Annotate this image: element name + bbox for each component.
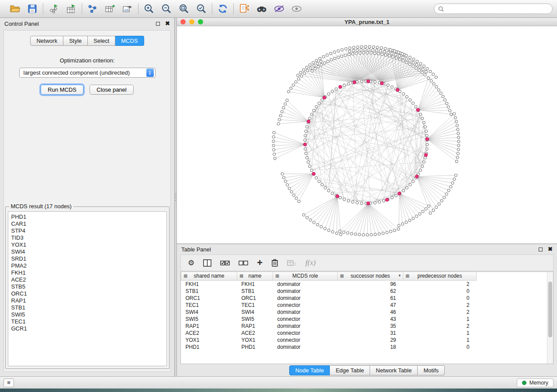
search-box[interactable] bbox=[434, 3, 553, 14]
table-cell-mcds_role[interactable]: dominator bbox=[273, 295, 338, 302]
export-network-icon[interactable] bbox=[238, 3, 250, 15]
table-cell-successor_nodes[interactable]: 61 bbox=[338, 295, 403, 302]
column-header[interactable]: ▦name bbox=[237, 272, 273, 280]
tab-node-table[interactable]: Node Table bbox=[289, 365, 330, 375]
table-cell-name[interactable]: FKH1 bbox=[237, 280, 273, 288]
tab-network[interactable]: Network bbox=[30, 36, 63, 46]
table-cell-predecessor_nodes[interactable]: 2 bbox=[403, 323, 477, 330]
table-cell-name[interactable]: SWI4 bbox=[237, 309, 273, 316]
table-row[interactable]: ORC1ORC1dominator610 bbox=[181, 295, 477, 302]
run-mcds-button[interactable]: Run MCDS bbox=[41, 85, 83, 95]
table-cell-mcds_role[interactable]: dominator bbox=[273, 344, 338, 351]
task-history-icon[interactable]: ≡ bbox=[3, 378, 14, 387]
table-cell-predecessor_nodes[interactable]: 1 bbox=[403, 337, 477, 344]
delete-column-icon[interactable] bbox=[271, 259, 278, 267]
mcds-result-item[interactable]: SRD1 bbox=[11, 255, 163, 262]
window-minimize-button[interactable] bbox=[189, 19, 194, 24]
window-close-button[interactable] bbox=[180, 19, 186, 24]
table-row[interactable]: PHD1PHD1dominator180 bbox=[181, 344, 477, 351]
table-cell-successor_nodes[interactable]: 47 bbox=[338, 302, 403, 309]
add-column-icon[interactable]: + bbox=[257, 257, 263, 268]
table-settings-gear-icon[interactable]: ⚙ bbox=[188, 258, 194, 268]
tab-select[interactable]: Select bbox=[88, 36, 115, 46]
table-cell-mcds_role[interactable]: dominator bbox=[273, 288, 338, 295]
table-cell-successor_nodes[interactable]: 96 bbox=[338, 280, 403, 288]
table-cell-predecessor_nodes[interactable]: 1 bbox=[403, 330, 477, 337]
search-input[interactable] bbox=[446, 6, 548, 12]
table-row[interactable]: SWI5SWI5connector431 bbox=[181, 316, 477, 323]
mcds-result-item[interactable]: PMA2 bbox=[11, 262, 163, 269]
save-icon[interactable] bbox=[26, 3, 38, 15]
table-cell-name[interactable]: YOX1 bbox=[237, 337, 273, 344]
table-cell-name[interactable]: RAP1 bbox=[237, 323, 273, 330]
mcds-result-item[interactable]: TID3 bbox=[11, 234, 163, 241]
mcds-result-item[interactable]: FKH1 bbox=[11, 269, 163, 276]
zoom-out-icon[interactable] bbox=[160, 3, 173, 15]
table-cell-shared_name[interactable]: YOX1 bbox=[181, 337, 237, 344]
table-cell-name[interactable]: ACE2 bbox=[237, 330, 273, 337]
tab-network-table[interactable]: Network Table bbox=[370, 365, 418, 375]
hide-graphics-details-icon[interactable] bbox=[273, 3, 285, 15]
table-cell-name[interactable]: STB1 bbox=[237, 288, 273, 295]
open-folder-icon[interactable] bbox=[9, 3, 21, 15]
table-cell-successor_nodes[interactable]: 46 bbox=[338, 309, 403, 316]
float-panel-icon[interactable] bbox=[156, 22, 160, 26]
tab-style[interactable]: Style bbox=[63, 36, 88, 46]
table-cell-predecessor_nodes[interactable]: 2 bbox=[403, 280, 477, 288]
table-cell-mcds_role[interactable]: connector bbox=[273, 330, 338, 337]
show-columns-icon[interactable] bbox=[203, 259, 211, 267]
table-cell-name[interactable]: PHD1 bbox=[237, 344, 273, 351]
column-header[interactable]: ▦successor nodes▾ bbox=[338, 272, 403, 280]
new-table-icon[interactable] bbox=[104, 3, 116, 15]
scrollbar-thumb[interactable] bbox=[548, 282, 552, 337]
table-cell-successor_nodes[interactable]: 62 bbox=[338, 288, 403, 295]
table-cell-shared_name[interactable]: FKH1 bbox=[181, 280, 237, 288]
table-cell-shared_name[interactable]: TEC1 bbox=[181, 302, 237, 309]
table-cell-shared_name[interactable]: STB1 bbox=[181, 288, 237, 295]
mcds-result-item[interactable]: PHD1 bbox=[11, 213, 163, 220]
window-zoom-button[interactable] bbox=[198, 19, 203, 24]
table-row[interactable]: YOX1YOX1connector291 bbox=[181, 337, 477, 344]
mcds-result-item[interactable]: SWI5 bbox=[11, 311, 163, 318]
table-cell-successor_nodes[interactable]: 35 bbox=[338, 323, 403, 330]
mcds-result-item[interactable]: STP4 bbox=[11, 227, 163, 234]
table-row[interactable]: RAP1RAP1dominator352 bbox=[181, 323, 477, 330]
table-row[interactable]: TEC1TEC1connector472 bbox=[181, 302, 477, 309]
mcds-result-item[interactable]: SWI4 bbox=[11, 248, 163, 255]
mcds-result-item[interactable]: STB1 bbox=[11, 304, 163, 311]
tab-mcds[interactable]: MCDS bbox=[115, 36, 144, 46]
deselect-all-icon[interactable] bbox=[239, 260, 248, 266]
mcds-result-item[interactable]: RAP1 bbox=[11, 297, 163, 304]
table-cell-name[interactable]: SWI5 bbox=[237, 316, 273, 323]
float-table-panel-icon[interactable] bbox=[539, 248, 543, 251]
mcds-result-item[interactable]: ORC1 bbox=[11, 290, 163, 297]
table-cell-mcds_role[interactable]: connector bbox=[273, 337, 338, 344]
table-cell-shared_name[interactable]: ORC1 bbox=[181, 295, 237, 302]
zoom-fit-icon[interactable] bbox=[178, 3, 190, 15]
optimization-criterion-select[interactable]: largest connected component (undirected)… bbox=[19, 68, 156, 78]
birdseye-view-icon[interactable] bbox=[291, 3, 303, 15]
table-cell-predecessor_nodes[interactable]: 1 bbox=[403, 316, 477, 323]
zoom-in-icon[interactable] bbox=[143, 3, 155, 15]
table-cell-shared_name[interactable]: SWI4 bbox=[181, 309, 237, 316]
network-canvas[interactable] bbox=[177, 26, 557, 244]
mcds-result-item[interactable]: CAR1 bbox=[11, 220, 163, 227]
mcds-result-item[interactable]: STB5 bbox=[11, 283, 163, 290]
close-panel-icon[interactable]: ✖ bbox=[165, 21, 170, 26]
mcds-result-item[interactable]: YOX1 bbox=[11, 241, 163, 248]
table-row[interactable]: ACE2ACE2connector311 bbox=[181, 330, 477, 337]
import-table-icon[interactable] bbox=[65, 3, 77, 15]
table-cell-shared_name[interactable]: ACE2 bbox=[181, 330, 237, 337]
table-cell-successor_nodes[interactable]: 18 bbox=[338, 344, 403, 351]
table-cell-predecessor_nodes[interactable]: 2 bbox=[403, 309, 477, 316]
table-cell-successor_nodes[interactable]: 43 bbox=[338, 316, 403, 323]
table-cell-mcds_role[interactable]: connector bbox=[273, 302, 338, 309]
node-table[interactable]: ▦shared name▦name▦MCDS role▦successor no… bbox=[181, 272, 477, 351]
node-table-header[interactable]: ▦shared name▦name▦MCDS role▦successor no… bbox=[181, 272, 477, 280]
close-panel-button[interactable]: Close panel bbox=[90, 85, 134, 95]
table-cell-predecessor_nodes[interactable]: 0 bbox=[403, 344, 477, 351]
refresh-view-icon[interactable] bbox=[217, 3, 229, 15]
table-cell-mcds_role[interactable]: dominator bbox=[273, 309, 338, 316]
zoom-selected-icon[interactable] bbox=[195, 3, 208, 15]
table-cell-mcds_role[interactable]: dominator bbox=[273, 323, 338, 330]
